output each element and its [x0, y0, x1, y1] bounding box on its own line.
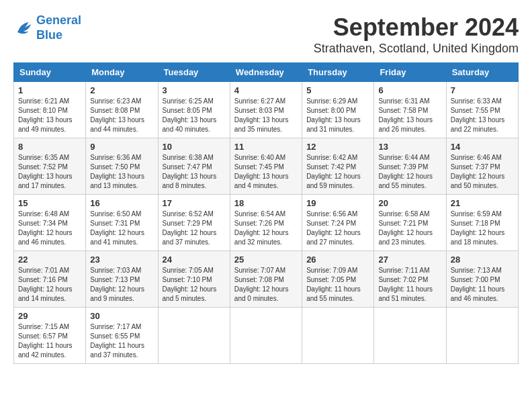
sunset-label: Sunset: 7:50 PM: [90, 163, 140, 171]
day-number: 15: [18, 198, 81, 208]
daylight-label: Daylight: 13 hours and 31 minutes.: [306, 116, 361, 133]
col-thursday: Thursday: [302, 63, 374, 82]
sunrise-label: Sunrise: 6:59 AM: [451, 210, 502, 218]
sunrise-label: Sunrise: 6:50 AM: [90, 210, 141, 218]
day-info: Sunrise: 7:03 AM Sunset: 7:13 PM Dayligh…: [90, 266, 153, 304]
day-info: Sunrise: 7:15 AM Sunset: 6:57 PM Dayligh…: [18, 322, 81, 360]
daylight-label: Daylight: 12 hours and 59 minutes.: [306, 173, 361, 189]
table-row: 8 Sunrise: 6:35 AM Sunset: 7:52 PM Dayli…: [14, 138, 86, 195]
daylight-label: Daylight: 13 hours and 40 minutes.: [163, 116, 217, 133]
day-info: Sunrise: 7:05 AM Sunset: 7:10 PM Dayligh…: [163, 266, 226, 304]
day-info: Sunrise: 6:35 AM Sunset: 7:52 PM Dayligh…: [18, 153, 81, 191]
day-number: 21: [451, 198, 514, 208]
sunrise-label: Sunrise: 7:09 AM: [306, 267, 357, 274]
daylight-label: Daylight: 11 hours and 42 minutes.: [18, 342, 73, 359]
sunset-label: Sunset: 7:45 PM: [234, 163, 284, 171]
day-info: Sunrise: 6:52 AM Sunset: 7:29 PM Dayligh…: [163, 210, 226, 247]
sunset-label: Sunset: 7:16 PM: [18, 276, 68, 283]
daylight-label: Daylight: 12 hours and 14 minutes.: [18, 285, 73, 302]
col-tuesday: Tuesday: [158, 63, 230, 82]
daylight-label: Daylight: 12 hours and 46 minutes.: [18, 229, 73, 246]
day-info: Sunrise: 7:13 AM Sunset: 7:00 PM Dayligh…: [451, 266, 514, 304]
sunrise-label: Sunrise: 6:35 AM: [18, 154, 69, 161]
table-row: 21 Sunrise: 6:59 AM Sunset: 7:18 PM Dayl…: [446, 195, 518, 251]
table-row: 23 Sunrise: 7:03 AM Sunset: 7:13 PM Dayl…: [86, 251, 158, 308]
daylight-label: Daylight: 13 hours and 17 minutes.: [18, 173, 73, 189]
sunset-label: Sunset: 8:00 PM: [306, 107, 356, 114]
day-info: Sunrise: 6:54 AM Sunset: 7:26 PM Dayligh…: [234, 210, 298, 247]
day-info: Sunrise: 6:23 AM Sunset: 8:08 PM Dayligh…: [90, 97, 153, 134]
day-number: 16: [90, 198, 153, 208]
day-number: 20: [378, 198, 441, 208]
sunset-label: Sunset: 6:57 PM: [18, 332, 68, 340]
table-row: 22 Sunrise: 7:01 AM Sunset: 7:16 PM Dayl…: [14, 251, 86, 308]
sunset-label: Sunset: 7:02 PM: [378, 276, 428, 283]
table-row: 30 Sunrise: 7:17 AM Sunset: 6:55 PM Dayl…: [86, 308, 158, 364]
day-info: Sunrise: 6:31 AM Sunset: 7:58 PM Dayligh…: [378, 97, 441, 134]
day-number: 18: [234, 198, 298, 208]
daylight-label: Daylight: 12 hours and 9 minutes.: [90, 285, 144, 302]
day-info: Sunrise: 6:42 AM Sunset: 7:42 PM Dayligh…: [306, 153, 369, 191]
sunrise-label: Sunrise: 6:58 AM: [378, 210, 429, 218]
sunrise-label: Sunrise: 6:29 AM: [306, 97, 357, 105]
col-friday: Friday: [374, 63, 446, 82]
day-info: Sunrise: 6:56 AM Sunset: 7:24 PM Dayligh…: [306, 210, 369, 247]
col-saturday: Saturday: [446, 63, 518, 82]
day-info: Sunrise: 6:40 AM Sunset: 7:45 PM Dayligh…: [234, 153, 298, 191]
sunset-label: Sunset: 7:55 PM: [451, 107, 500, 114]
logo-text-line2: Blue: [36, 28, 81, 43]
day-info: Sunrise: 6:44 AM Sunset: 7:39 PM Dayligh…: [378, 153, 441, 191]
day-number: 7: [451, 85, 514, 95]
sunset-label: Sunset: 7:24 PM: [306, 220, 356, 227]
day-info: Sunrise: 6:36 AM Sunset: 7:50 PM Dayligh…: [90, 153, 153, 191]
table-row: 17 Sunrise: 6:52 AM Sunset: 7:29 PM Dayl…: [158, 195, 230, 251]
day-number: 3: [163, 85, 226, 95]
sunset-label: Sunset: 7:29 PM: [163, 220, 212, 227]
calendar-header-row: Sunday Monday Tuesday Wednesday Thursday…: [14, 63, 519, 82]
calendar-week-row: 1 Sunrise: 6:21 AM Sunset: 8:10 PM Dayli…: [14, 82, 519, 138]
sunrise-label: Sunrise: 6:56 AM: [306, 210, 357, 218]
day-number: 1: [18, 85, 81, 95]
table-row: 3 Sunrise: 6:25 AM Sunset: 8:05 PM Dayli…: [158, 82, 230, 138]
table-row: [374, 308, 446, 364]
sunset-label: Sunset: 8:08 PM: [90, 107, 140, 114]
sunset-label: Sunset: 7:31 PM: [90, 220, 140, 227]
day-info: Sunrise: 7:01 AM Sunset: 7:16 PM Dayligh…: [18, 266, 81, 304]
calendar-table: Sunday Monday Tuesday Wednesday Thursday…: [13, 62, 519, 364]
sunrise-label: Sunrise: 6:54 AM: [234, 210, 285, 218]
day-number: 8: [18, 142, 81, 152]
day-info: Sunrise: 7:07 AM Sunset: 7:08 PM Dayligh…: [234, 266, 298, 304]
sunset-label: Sunset: 7:10 PM: [163, 276, 212, 283]
day-number: 11: [234, 142, 298, 152]
calendar-week-row: 8 Sunrise: 6:35 AM Sunset: 7:52 PM Dayli…: [14, 138, 519, 195]
day-info: Sunrise: 6:59 AM Sunset: 7:18 PM Dayligh…: [451, 210, 514, 247]
sunset-label: Sunset: 7:21 PM: [378, 220, 428, 227]
day-number: 13: [378, 142, 441, 152]
table-row: [158, 308, 230, 364]
sunset-label: Sunset: 7:08 PM: [234, 276, 284, 283]
day-number: 28: [451, 255, 514, 265]
sunrise-label: Sunrise: 6:36 AM: [90, 154, 141, 161]
day-number: 30: [90, 311, 153, 321]
day-number: 23: [90, 255, 153, 265]
daylight-label: Daylight: 12 hours and 5 minutes.: [163, 285, 217, 302]
day-number: 22: [18, 255, 81, 265]
daylight-label: Daylight: 12 hours and 32 minutes.: [234, 229, 289, 246]
day-number: 9: [90, 142, 153, 152]
day-number: 14: [451, 142, 514, 152]
table-row: 26 Sunrise: 7:09 AM Sunset: 7:05 PM Dayl…: [302, 251, 374, 308]
sunrise-label: Sunrise: 7:07 AM: [234, 267, 285, 274]
day-info: Sunrise: 6:38 AM Sunset: 7:47 PM Dayligh…: [163, 153, 226, 191]
daylight-label: Daylight: 13 hours and 8 minutes.: [163, 173, 217, 189]
table-row: 12 Sunrise: 6:42 AM Sunset: 7:42 PM Dayl…: [302, 138, 374, 195]
sunset-label: Sunset: 7:18 PM: [451, 220, 500, 227]
sunrise-label: Sunrise: 6:21 AM: [18, 97, 69, 105]
table-row: 5 Sunrise: 6:29 AM Sunset: 8:00 PM Dayli…: [302, 82, 374, 138]
daylight-label: Daylight: 11 hours and 51 minutes.: [378, 285, 433, 302]
logo-icon: [13, 18, 34, 38]
sunset-label: Sunset: 7:13 PM: [90, 276, 140, 283]
day-info: Sunrise: 6:29 AM Sunset: 8:00 PM Dayligh…: [306, 97, 369, 134]
day-info: Sunrise: 6:50 AM Sunset: 7:31 PM Dayligh…: [90, 210, 153, 247]
day-info: Sunrise: 6:25 AM Sunset: 8:05 PM Dayligh…: [163, 97, 226, 134]
table-row: 16 Sunrise: 6:50 AM Sunset: 7:31 PM Dayl…: [86, 195, 158, 251]
